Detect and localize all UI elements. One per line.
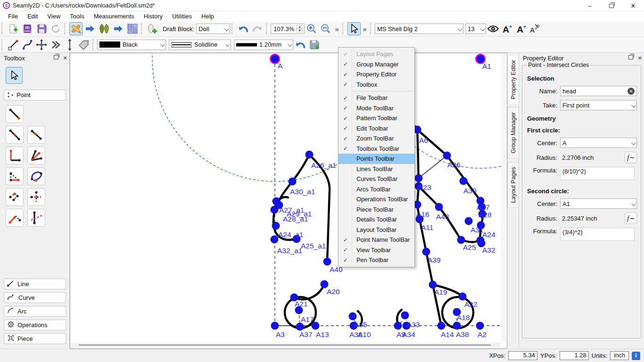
toolbox-pointer-tool[interactable] <box>6 67 23 84</box>
point-label-A25_a1[interactable]: A25_a1 <box>301 242 326 250</box>
menu-item-point-name-toolbar[interactable]: ✓Point Name ToolBar <box>339 235 414 245</box>
point-label-A38[interactable]: A38 <box>456 330 469 338</box>
pt-perp-tool-button[interactable] <box>6 147 24 165</box>
point-label-A28[interactable]: A28 <box>479 211 492 219</box>
pen-reset-button[interactable] <box>294 38 307 51</box>
canvas-vertical-scrollbar[interactable] <box>501 54 506 342</box>
second-formula-box[interactable]: (3/4)^2) <box>560 228 635 241</box>
menu-item-toolbox-toolbar[interactable]: ✓Toolbox ToolBar <box>339 144 414 154</box>
point-label-A[interactable]: A <box>278 62 283 70</box>
pt-line-mid-tool-button[interactable] <box>6 126 24 144</box>
pen-color-combobox[interactable]: Black <box>97 40 166 50</box>
pattern-point[interactable] <box>435 203 443 211</box>
draft-canvas[interactable]: AA1A26_a1A6A26A30_a1A23A16A11A43A30A27A2… <box>70 53 507 349</box>
first-formula-fx-button[interactable]: f∼ <box>625 152 637 163</box>
spin-down-icon[interactable]: ▼ <box>296 29 303 33</box>
menu-item-curves-toolbar[interactable]: Curves ToolBar <box>339 174 414 184</box>
arc-category-button[interactable]: Arc <box>4 306 66 317</box>
pointer-tool-button[interactable] <box>347 22 361 35</box>
chevrons-tool-button[interactable] <box>49 38 62 51</box>
zoom-out-button[interactable] <box>319 22 332 35</box>
draft-mode-button[interactable] <box>69 22 83 35</box>
side-tab-layout-pages[interactable]: Layout Pages <box>507 162 519 208</box>
line-weight-combobox[interactable]: 1.20mm <box>234 40 293 50</box>
point-label-A6[interactable]: A6 <box>419 136 428 144</box>
pen-save-button[interactable] <box>308 38 321 51</box>
toolbar-handle[interactable] <box>92 39 96 50</box>
increase-label-size-button[interactable]: A <box>501 22 514 35</box>
name-input[interactable]: head ✕ <box>560 86 637 96</box>
redo-button[interactable] <box>251 22 264 35</box>
second-formula-fx-button[interactable]: f∼ <box>625 213 637 224</box>
menu-tools[interactable]: Tools <box>66 12 88 20</box>
pattern-point[interactable] <box>465 217 473 225</box>
point-label-A13[interactable]: A13 <box>316 330 329 338</box>
float-panel-icon[interactable] <box>54 55 58 59</box>
toolbar-handle[interactable] <box>1 39 5 50</box>
undo-button[interactable] <box>237 22 250 35</box>
close-button[interactable]: ✕ <box>622 0 644 11</box>
pattern-point[interactable] <box>323 258 331 266</box>
point-label-A30_a1[interactable]: A30_a1 <box>290 188 315 196</box>
menu-item-pen-toolbar[interactable]: ✓Pen Toolbar <box>339 255 414 265</box>
point-label-A28_a1[interactable]: A28_a1 <box>283 215 308 223</box>
vertical-arrow-tool-button[interactable] <box>63 38 76 51</box>
menu-item-file-toolbar[interactable]: ✓File Toolbar <box>339 93 414 103</box>
pattern-point[interactable] <box>349 313 357 321</box>
piece-mode-button[interactable] <box>98 22 111 35</box>
pattern-point[interactable] <box>271 236 279 244</box>
save-button[interactable] <box>35 22 48 35</box>
minimize-button[interactable]: – <box>579 0 601 11</box>
pattern-point[interactable] <box>443 152 451 160</box>
point-label-A35[interactable]: A35 <box>354 321 367 329</box>
pattern-point[interactable] <box>476 322 484 330</box>
point-name-pen-button[interactable]: A <box>529 22 542 35</box>
point-label-A14[interactable]: A14 <box>441 330 454 338</box>
point-label-A19[interactable]: A19 <box>434 288 447 296</box>
pt-bisector-tool-button[interactable] <box>27 147 45 165</box>
toolbar-handle[interactable] <box>1 23 5 34</box>
close-panel-icon[interactable]: ✕ <box>638 55 642 61</box>
sync-button[interactable] <box>49 22 62 35</box>
menu-item-points-toolbar[interactable]: Points Toolbar <box>339 154 414 164</box>
menu-item-pattern-toolbar[interactable]: ✓Pattern Toolbar <box>339 113 414 123</box>
point-label-A21[interactable]: A21 <box>295 300 308 308</box>
pt-zigzag-tool-button[interactable] <box>6 188 24 206</box>
point-label-A3[interactable]: A3 <box>276 330 285 338</box>
point-label-A20[interactable]: A20 <box>327 288 340 296</box>
menu-file[interactable]: File <box>4 12 22 20</box>
pt-seg-tool-button[interactable] <box>6 209 24 227</box>
point-label-A43[interactable]: A43 <box>436 213 449 221</box>
tag-tool-button[interactable] <box>77 38 91 51</box>
point-label-A37[interactable]: A37 <box>299 330 313 338</box>
first-center-combobox[interactable]: A <box>560 138 637 148</box>
menu-item-zoom-toolbar[interactable]: ✓Zoom ToolBar <box>339 133 414 144</box>
new-file-button[interactable] <box>7 22 20 35</box>
piece-category-button[interactable]: Piece <box>4 333 66 344</box>
menu-item-operations-toolbar[interactable]: Operations ToolBar <box>339 194 414 205</box>
side-tab-property-editor[interactable]: Property Editor <box>507 55 519 104</box>
units-value[interactable]: inch <box>610 351 629 360</box>
spin-up-icon[interactable]: ▲ <box>296 25 303 29</box>
pattern-point[interactable] <box>321 280 329 288</box>
pattern-point[interactable] <box>305 151 314 159</box>
point-label-A26[interactable]: A26 <box>447 161 461 169</box>
open-sm2d-button[interactable]: 2DSM2D <box>21 22 34 35</box>
toolbar-handle[interactable] <box>231 23 235 34</box>
side-tab-group-manager[interactable]: Group Manager <box>507 107 519 159</box>
menu-view[interactable]: View <box>43 12 65 20</box>
zoom-in-button[interactable] <box>305 22 318 35</box>
menu-measurements[interactable]: Measurements <box>90 12 139 20</box>
pattern-point[interactable] <box>415 174 423 182</box>
point-label-A30[interactable]: A30 <box>463 187 477 195</box>
menu-item-details-toolbar[interactable]: Details ToolBar <box>339 214 414 225</box>
point-label-A18[interactable]: A18 <box>457 313 470 321</box>
pattern-point[interactable] <box>422 248 430 256</box>
pattern-point[interactable] <box>459 293 467 301</box>
line-category-button[interactable]: Line <box>4 279 66 289</box>
draft-block-combobox[interactable]: Doll <box>196 24 230 34</box>
menu-item-mode-toolbar[interactable]: ✓Mode ToolBar <box>339 103 414 114</box>
menu-history[interactable]: History <box>140 12 167 20</box>
pattern-outline-curve[interactable] <box>397 310 402 323</box>
menu-item-edit-toolbar[interactable]: ✓Edit Toolbar <box>339 123 414 134</box>
